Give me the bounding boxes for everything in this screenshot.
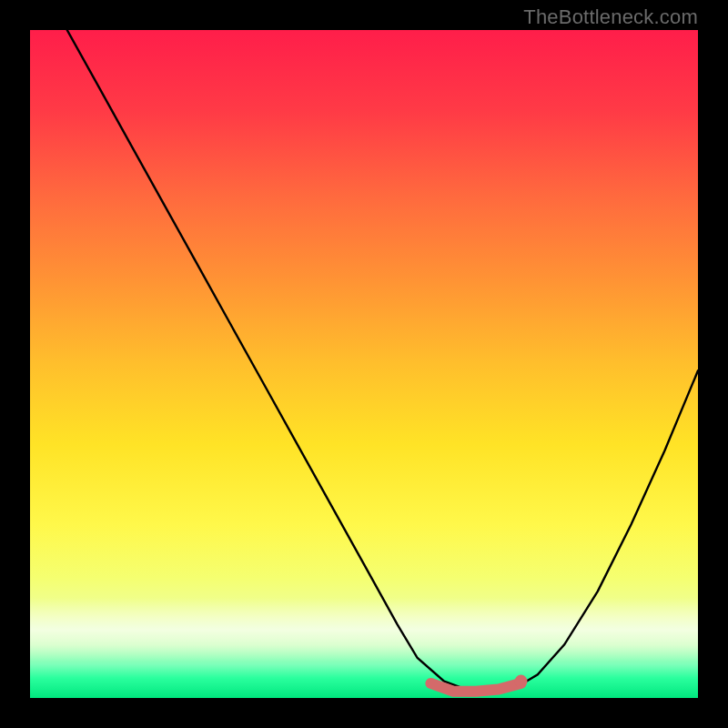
plot-area — [30, 30, 698, 698]
watermark-text: TheBottleneck.com — [523, 5, 698, 29]
optimal-end-dot — [515, 675, 528, 688]
chart-frame: TheBottleneck.com — [0, 0, 728, 728]
bottleneck-curve — [30, 30, 698, 692]
optimal-range-segment — [430, 683, 521, 692]
curve-svg — [30, 30, 698, 698]
